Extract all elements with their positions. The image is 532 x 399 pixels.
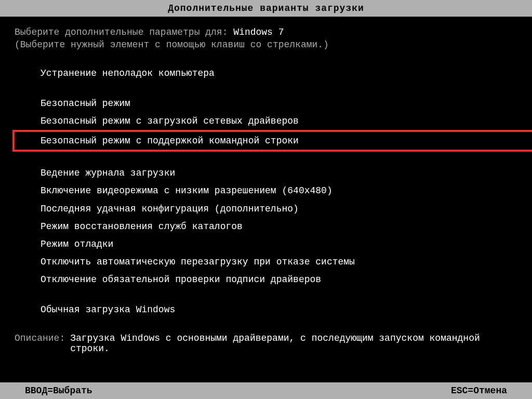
menu-item-disable-auto-restart[interactable]: Отключить автоматическую перезагрузку пр… [41, 253, 517, 271]
menu-item-safe-mode[interactable]: Безопасный режим [41, 95, 517, 112]
description-label: Описание: [15, 333, 65, 343]
os-name: Windows 7 [233, 27, 284, 37]
boot-menu: Устранение неполадок компьютера Безопасн… [15, 64, 517, 318]
menu-item-debug-mode[interactable]: Режим отладки [41, 235, 517, 253]
footer-select-hint: ВВОД=Выбрать [25, 385, 92, 396]
menu-spacer [41, 288, 517, 301]
title-bar: Дополнительные варианты загрузки [0, 0, 532, 17]
menu-item-safe-mode-command-prompt[interactable]: Безопасный режим с поддержкой командной … [12, 130, 532, 152]
menu-item-last-known-good[interactable]: Последняя удачная конфигурация (дополнит… [41, 200, 517, 218]
footer-bar: ВВОД=Выбрать ESC=Отмена [0, 382, 532, 399]
menu-item-low-res-video[interactable]: Включение видеорежима с низким разрешени… [41, 182, 517, 200]
description-text: Загрузка Windows с основными драйверами,… [70, 333, 517, 354]
menu-item-repair[interactable]: Устранение неполадок компьютера [41, 64, 517, 82]
description-section: Описание: Загрузка Windows с основными д… [15, 333, 517, 354]
prompt-line: Выберите дополнительные параметры для: W… [15, 27, 517, 37]
menu-item-directory-services-restore[interactable]: Режим восстановления служб каталогов [41, 218, 517, 235]
menu-item-disable-driver-signature[interactable]: Отключение обязательной проверки подписи… [41, 271, 517, 288]
footer-cancel-hint: ESC=Отмена [451, 385, 507, 396]
menu-item-safe-mode-networking[interactable]: Безопасный режим с загрузкой сетевых дра… [41, 112, 517, 130]
prompt-label: Выберите дополнительные параметры для: [15, 27, 233, 37]
instruction-text: (Выберите нужный элемент с помощью клави… [15, 39, 517, 50]
content-area: Выберите дополнительные параметры для: W… [0, 17, 532, 354]
menu-spacer [41, 82, 517, 95]
screen-title: Дополнительные варианты загрузки [168, 3, 364, 14]
menu-item-boot-logging[interactable]: Ведение журнала загрузки [41, 164, 517, 182]
menu-item-start-normally[interactable]: Обычная загрузка Windows [41, 301, 517, 318]
menu-spacer [41, 152, 517, 164]
